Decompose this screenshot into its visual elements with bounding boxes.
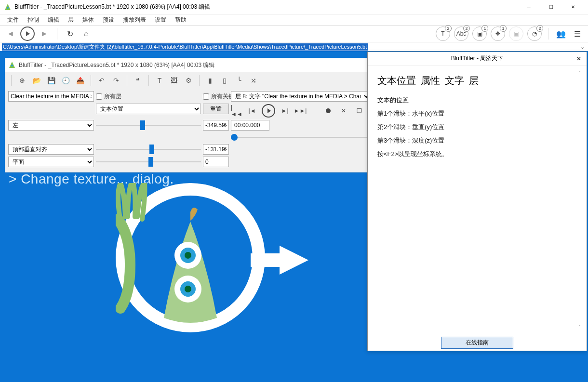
path-text[interactable]: C:\Users\Administrator\Desktop\新建文件夹 (2)… [2, 43, 368, 51]
help-close-button[interactable]: ✕ [574, 54, 584, 64]
nav-refresh-button[interactable]: ↻ [63, 27, 77, 40]
path-dropdown[interactable]: ⌄ [578, 44, 586, 50]
menu-edit[interactable]: 编辑 [44, 15, 63, 25]
maximize-button[interactable]: ☐ [540, 0, 562, 14]
help-titlebar: BluffTitler - 周济天下 ✕ [368, 52, 587, 66]
nav-back-button[interactable]: ◄ [4, 27, 17, 40]
app-icon [4, 3, 12, 11]
align-h-select[interactable]: 左 [8, 120, 94, 131]
minimize-button[interactable]: ─ [518, 0, 540, 14]
all-keyframes-checkbox[interactable]: 所有关键帧 [203, 91, 229, 102]
next-frame-button[interactable]: ►| [279, 105, 291, 117]
svg-point-3 [11, 65, 13, 66]
tool-export-icon[interactable]: 📤 [73, 74, 87, 87]
scroll-down-icon[interactable]: ˅ [578, 324, 585, 329]
help-title-text: BluffTitler - 周济天下 [451, 54, 504, 63]
badge-abc-icon[interactable]: Abc2 [454, 26, 468, 41]
tool-undo-icon[interactable]: ↶ [95, 74, 108, 87]
help-tabs: 文本位置 属性 文字 层 [377, 74, 577, 87]
tool-align-c-icon[interactable]: ▯ [218, 74, 231, 87]
svg-point-6 [185, 252, 191, 259]
value-x-input[interactable] [203, 120, 229, 131]
timeline-slider[interactable] [231, 132, 371, 142]
tool-align-l-icon[interactable]: ▮ [203, 74, 217, 87]
badge-image-icon[interactable]: ▣1 [472, 26, 487, 41]
help-tab-text[interactable]: 文字 [445, 74, 464, 87]
menu-preset[interactable]: 预设 [99, 15, 118, 25]
main-titlebar: BluffTitler - _TracedPictureLesson5.bt *… [0, 0, 588, 14]
copy-key-button[interactable]: ❐ [353, 105, 365, 117]
help-tab-attrs[interactable]: 属性 [421, 74, 440, 87]
reset-button[interactable]: 重置 [203, 104, 229, 114]
skip-end-button[interactable]: ►►| [294, 105, 306, 117]
all-layers-checkbox[interactable]: 所有层 [96, 91, 201, 102]
prev-frame-button[interactable]: |◄ [246, 105, 258, 117]
preview-illustration [116, 183, 265, 332]
skip-start-button[interactable]: |◄◄ [231, 105, 242, 117]
app-icon [8, 61, 16, 69]
tool-image-icon[interactable]: 🖼 [167, 74, 181, 87]
record-button[interactable] [322, 105, 334, 117]
close-button[interactable]: ✕ [562, 0, 584, 14]
nav-home-button[interactable]: ⌂ [80, 27, 93, 40]
scroll-up-icon[interactable]: ˄ [578, 70, 585, 76]
preview-arrow-icon [280, 246, 308, 275]
help-line: 第2个滑块：垂直(y)位置 [377, 123, 577, 132]
help-tab-layer[interactable]: 层 [469, 74, 479, 87]
plane-select[interactable]: 平面 [8, 157, 94, 167]
slider-z[interactable] [96, 157, 201, 167]
value-z-input[interactable] [203, 157, 229, 167]
help-body: 文本位置 属性 文字 层 文本的位置 第1个滑块：水平(x)位置 第2个滑块：垂… [368, 66, 587, 334]
help-tab-position[interactable]: 文本位置 [377, 74, 416, 87]
badge-disabled-icon: ▣ [509, 26, 523, 41]
tool-save-icon[interactable]: 💾 [44, 74, 58, 87]
tool-shuffle-icon[interactable]: ⤨ [247, 74, 260, 87]
help-line: 第3个滑块：深度(z)位置 [377, 136, 577, 145]
help-line: 按<F2>以呈现坐标系统。 [377, 150, 577, 158]
editor-title: BluffTitler - _TracedPictureLesson5.bt *… [19, 61, 214, 69]
nav-forward-button[interactable]: ► [38, 27, 51, 40]
help-line: 第1个滑块：水平(x)位置 [377, 109, 577, 118]
tool-blob-icon[interactable]: ❝ [131, 74, 145, 87]
slider-y[interactable] [96, 144, 201, 155]
separator [548, 28, 548, 40]
help-subtitle: 文本的位置 [377, 96, 577, 105]
help-scrollbar[interactable]: ˄˅ [578, 70, 585, 329]
menu-settings[interactable]: 设置 [151, 15, 170, 25]
separator [57, 28, 57, 40]
align-v-select[interactable]: 顶部垂直对齐 [8, 144, 94, 155]
nav-users-icon[interactable]: 👥 [554, 27, 568, 40]
badge-text-icon[interactable]: T2 [436, 26, 450, 41]
tool-open-icon[interactable]: 📂 [30, 74, 43, 87]
layer-text-input[interactable] [8, 91, 94, 102]
svg-point-9 [185, 286, 191, 292]
tool-gear-icon[interactable]: ⚙ [182, 74, 195, 87]
value-y-input[interactable] [203, 144, 229, 155]
play-button[interactable] [262, 104, 275, 118]
nav-menu-icon[interactable]: ☰ [571, 27, 584, 40]
menu-layer[interactable]: 层 [65, 15, 77, 25]
online-guide-button[interactable]: 在线指南 [441, 337, 513, 349]
path-bar: C:\Users\Administrator\Desktop\新建文件夹 (2)… [0, 42, 588, 51]
tool-branch-icon[interactable]: ╰ [232, 74, 246, 87]
tool-add-icon[interactable]: ⊕ [15, 74, 29, 87]
badge-transform-icon[interactable]: ✥1 [491, 26, 505, 41]
menu-file[interactable]: 文件 [4, 15, 22, 25]
badge-time-icon[interactable]: ◔2 [527, 26, 542, 41]
layer-select[interactable]: 层 8: 文字 "Clear the texture in the MEDIA … [231, 91, 371, 102]
menu-help[interactable]: 帮助 [172, 15, 190, 25]
tool-history-icon[interactable]: 🕘 [59, 74, 72, 87]
menu-media[interactable]: 媒体 [79, 15, 97, 25]
tool-text-icon[interactable]: T [153, 74, 166, 87]
slider-x[interactable] [96, 120, 201, 131]
nav-play-button[interactable] [20, 26, 35, 41]
property-select[interactable]: 文本位置 [96, 104, 201, 114]
menu-control[interactable]: 控制 [24, 15, 42, 25]
time-input[interactable] [231, 120, 269, 131]
menu-bar: 文件 控制 编辑 层 媒体 预设 播放列表 设置 帮助 [0, 14, 588, 25]
tool-redo-icon[interactable]: ↷ [109, 74, 123, 87]
window-title: BluffTitler - _TracedPictureLesson5.bt *… [14, 3, 518, 11]
delete-key-button[interactable]: ✕ [338, 105, 349, 117]
nav-toolbar: ◄ ► ↻ ⌂ T2 Abc2 ▣1 ✥1 ▣ ◔2 👥 ☰ [0, 25, 588, 42]
menu-playlist[interactable]: 播放列表 [120, 15, 149, 25]
